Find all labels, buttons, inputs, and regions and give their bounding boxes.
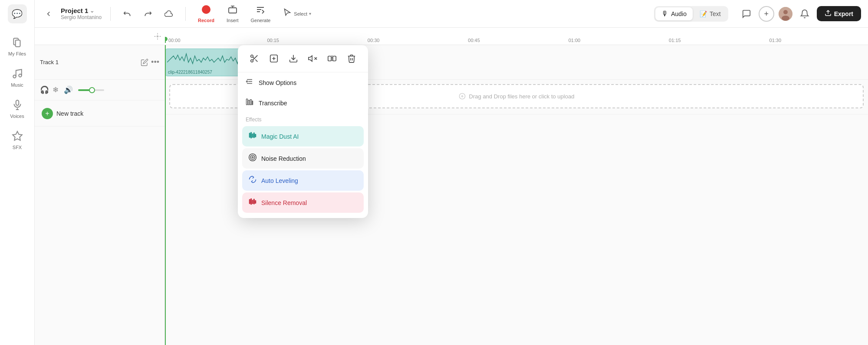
files-icon — [10, 36, 24, 49]
show-options-item[interactable]: Show Options — [238, 72, 368, 93]
back-button[interactable] — [42, 7, 56, 21]
ruler-time-0: 00:00 — [167, 38, 181, 43]
new-track-button[interactable]: + New track — [42, 108, 83, 119]
noise-reduction-item[interactable]: Noise Reduction — [242, 148, 364, 169]
sidebar-item-voices-label: Voices — [10, 114, 24, 119]
ctx-add-button[interactable] — [266, 50, 282, 67]
ruler-time-2: 00:30 — [366, 38, 380, 43]
track-more-icon[interactable]: ••• — [151, 58, 159, 67]
cloud-save-button[interactable] — [161, 6, 177, 22]
svg-marker-7 — [13, 131, 22, 140]
music-icon — [10, 67, 24, 81]
svg-point-12 — [783, 10, 788, 14]
main-area: Project 1 ⌄ Sergio Montanino — [35, 0, 868, 345]
sidebar-item-voices[interactable]: Voices — [0, 93, 34, 124]
text-icon: 📝 — [700, 10, 707, 17]
magic-dust-label: Magic Dust AI — [261, 133, 299, 140]
voices-icon — [10, 98, 24, 112]
magic-dust-ai-item[interactable]: Magic Dust AI — [242, 126, 364, 146]
auto-leveling-item[interactable]: Auto Leveling — [242, 170, 364, 191]
auto-leveling-icon — [248, 175, 257, 186]
ruler-time-3: 00:45 — [466, 38, 480, 43]
svg-line-22 — [256, 59, 258, 62]
noise-reduction-label: Noise Reduction — [261, 155, 306, 162]
svg-point-19 — [251, 55, 253, 58]
generate-label: Generate — [250, 18, 270, 23]
notifications-button[interactable] — [797, 6, 812, 22]
svg-rect-52 — [252, 200, 253, 204]
headphone-icon[interactable]: 🎧 — [40, 85, 49, 94]
audio-toggle-btn[interactable]: 🎙 Audio — [655, 7, 693, 20]
auto-leveling-label: Auto Leveling — [261, 177, 298, 184]
insert-button[interactable]: Insert — [223, 3, 242, 25]
silence-removal-label: Silence Removal — [261, 199, 307, 206]
track-labels: Track 1 ••• 🎧 ❄ 🔊 + — [35, 45, 165, 345]
project-title[interactable]: Project 1 ⌄ — [61, 7, 102, 14]
project-subtitle: Sergio Montanino — [61, 14, 102, 20]
ctx-download-button[interactable] — [285, 50, 302, 67]
svg-line-23 — [253, 57, 255, 59]
ruler-mark-0: 00:00 — [165, 38, 265, 43]
generate-button[interactable]: Generate — [247, 3, 274, 25]
ruler-mark-5: 01:15 — [667, 38, 767, 43]
svg-rect-4 — [16, 100, 19, 105]
sfx-icon — [10, 129, 24, 143]
transcribe-item[interactable]: Transcribe — [238, 93, 368, 113]
svg-point-37 — [247, 81, 248, 82]
svg-rect-45 — [254, 133, 255, 138]
snap-icon — [154, 33, 161, 40]
topbar-divider — [110, 7, 111, 21]
clip-label: clip-422218611840257 — [168, 70, 212, 75]
sidebar-item-my-files[interactable]: My Files — [0, 30, 34, 62]
volume-icon[interactable]: 🔊 — [64, 85, 73, 94]
select-button[interactable]: Select ▾ — [279, 6, 315, 21]
sidebar-item-sfx[interactable]: SFX — [0, 124, 34, 155]
ctx-split-button[interactable] — [324, 50, 340, 67]
svg-rect-54 — [255, 201, 256, 204]
avatar[interactable] — [779, 7, 792, 21]
sidebar-top-icon[interactable]: 💬 — [8, 4, 27, 23]
magic-dust-icon — [248, 131, 257, 142]
ruler-mark-1: 00:15 — [265, 38, 365, 43]
svg-rect-51 — [251, 199, 252, 204]
timeline-ruler-header: 00:00 00:15 00:30 00:45 01:00 01:15 — [35, 28, 868, 45]
upload-text: Drag and Drop files here or click to upl… — [459, 93, 575, 100]
redo-button[interactable] — [140, 6, 156, 22]
svg-rect-41 — [252, 101, 253, 105]
select-icon — [283, 8, 292, 20]
text-toggle-btn[interactable]: 📝 Text — [694, 7, 727, 20]
upload-icon — [459, 93, 466, 100]
topbar-right: + — [739, 6, 861, 22]
new-track-row: + New track — [35, 101, 164, 127]
undo-button[interactable] — [119, 6, 135, 22]
svg-point-2 — [13, 75, 16, 78]
silence-removal-icon — [248, 197, 257, 208]
record-button[interactable]: Record — [194, 3, 218, 25]
export-button[interactable]: Export — [817, 6, 861, 21]
playhead-marker — [165, 38, 166, 43]
edit-icon[interactable] — [141, 59, 148, 66]
ruler-time-5: 01:15 — [667, 38, 681, 43]
volume-slider[interactable] — [78, 89, 104, 91]
sidebar-item-sfx-label: SFX — [13, 145, 22, 150]
project-chevron-icon: ⌄ — [90, 8, 94, 14]
ruler-marks: 00:00 00:15 00:30 00:45 01:00 01:15 — [165, 28, 868, 45]
silence-removal-item[interactable]: Silence Removal — [242, 192, 364, 213]
ctx-delete-button[interactable] — [343, 50, 360, 67]
track-1-controls-row: 🎧 ❄ 🔊 — [35, 80, 164, 101]
ctx-mute-button[interactable] — [304, 50, 321, 67]
svg-rect-1 — [15, 40, 20, 47]
sidebar-item-music[interactable]: Music — [0, 62, 34, 93]
tracks-area: Track 1 ••• 🎧 ❄ 🔊 + — [35, 45, 868, 345]
comments-button[interactable] — [739, 6, 754, 22]
snowflake-icon[interactable]: ❄ — [53, 85, 59, 94]
add-button[interactable]: + — [759, 6, 774, 22]
text-label: Text — [710, 10, 721, 17]
transcribe-icon — [246, 98, 253, 108]
svg-point-13 — [782, 16, 789, 21]
svg-rect-43 — [251, 132, 252, 138]
effects-section-label: Effects — [238, 113, 368, 124]
svg-rect-32 — [333, 56, 336, 61]
ctx-scissors-button[interactable] — [246, 50, 263, 67]
svg-point-8 — [202, 5, 210, 14]
